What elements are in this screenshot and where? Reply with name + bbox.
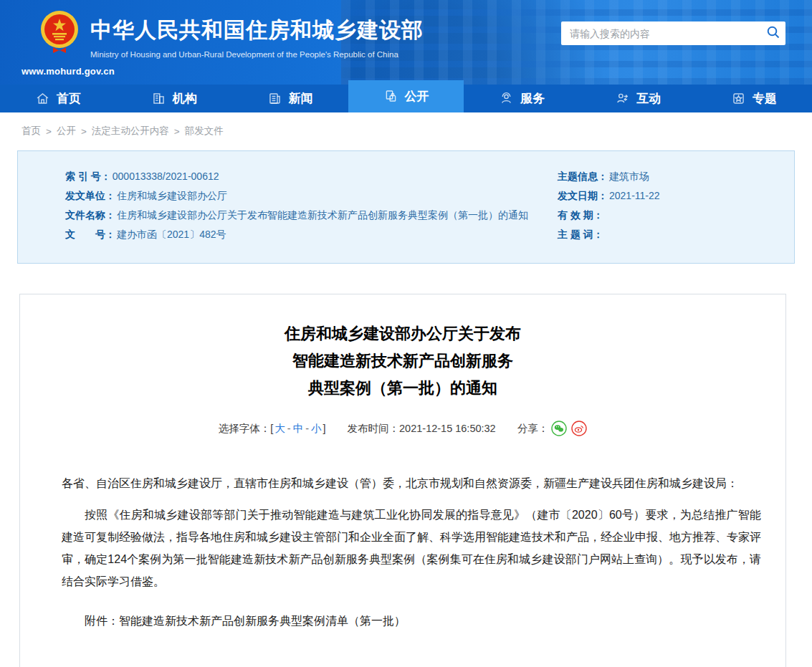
nav-item-service[interactable]: 服务: [464, 85, 580, 112]
publish-time-label: 发布时间：: [348, 422, 400, 436]
site-title-english: Ministry of Housing and Urban-Rural Deve…: [90, 50, 424, 59]
site-title-chinese: 中华人民共和国住房和城乡建设部: [90, 16, 424, 45]
home-icon: [35, 91, 50, 106]
document-title-line: 典型案例（第一批）的通知: [20, 375, 785, 402]
info-label: 文 号：: [65, 228, 115, 241]
nav-item-home[interactable]: 首页: [0, 85, 116, 112]
nav-item-news[interactable]: 新闻: [232, 85, 348, 112]
search-bar: [561, 21, 785, 45]
info-column-left: 索 引 号： 000013338/2021-00612 发文单位： 住房和城乡建…: [18, 170, 558, 263]
organization-icon: [151, 91, 166, 106]
info-label: 主题信息：: [558, 170, 608, 183]
share-label: 分享：: [517, 422, 549, 436]
publish-time: 发布时间： 2021-12-15 16:50:32: [348, 422, 496, 436]
info-row-index-number: 索 引 号： 000013338/2021-00612: [65, 170, 558, 183]
nav-label: 首页: [57, 90, 81, 107]
info-row-document-number: 文 号： 建办市函〔2021〕482号: [65, 228, 558, 241]
nav-label: 专题: [753, 90, 777, 107]
info-value: 建办市函〔2021〕482号: [117, 228, 226, 241]
search-button[interactable]: [761, 21, 785, 45]
info-row-issuing-unit: 发文单位： 住房和城乡建设部办公厅: [65, 189, 558, 202]
info-value: 2021-11-22: [609, 189, 660, 202]
nav-label: 新闻: [289, 90, 313, 107]
paragraph-salutation: 各省、自治区住房和城乡建设厅，直辖市住房和城乡建设（管）委，北京市规划和自然资源…: [62, 472, 761, 494]
magnifier-icon: [766, 25, 780, 42]
info-value: 住房和城乡建设部办公厅: [117, 189, 227, 202]
site-title: 中华人民共和国住房和城乡建设部 Ministry of Housing and …: [90, 16, 424, 59]
breadcrumb-ministry-documents[interactable]: 部发文件: [185, 125, 224, 138]
nav-label: 机构: [173, 90, 197, 107]
site-header: www.mohurd.gov.cn 中华人民共和国住房和城乡建设部 Minist…: [0, 0, 812, 85]
document-title-line: 智能建造新技术新产品创新服务: [20, 347, 785, 375]
font-selector-label: 选择字体：: [219, 422, 271, 436]
breadcrumb-separator: >: [174, 126, 180, 137]
topic-icon: [731, 91, 746, 106]
font-size-selector: 选择字体： [ 大 - 中 - 小 ]: [219, 422, 326, 436]
document-info-box: 索 引 号： 000013338/2021-00612 发文单位： 住房和城乡建…: [17, 150, 795, 264]
national-emblem-logo: [40, 10, 79, 54]
document-content-box: 住房和城乡建设部办公厅关于发布 智能建造新技术新产品创新服务 典型案例（第一批）…: [19, 294, 786, 667]
font-selector-bracket: ]: [323, 423, 326, 434]
info-value: 住房和城乡建设部办公厅关于发布智能建造新技术新产品创新服务典型案例（第一批）的通…: [117, 208, 528, 221]
info-label: 发文单位：: [65, 189, 115, 202]
disclosure-icon: [383, 89, 398, 104]
wechat-icon[interactable]: [551, 421, 567, 436]
breadcrumb-separator: >: [81, 126, 87, 137]
publish-time-value: 2021-12-15 16:50:32: [399, 423, 496, 434]
info-label: 有 效 期：: [558, 208, 603, 221]
info-label: 主 题 词：: [558, 228, 603, 241]
nav-label: 互动: [636, 90, 661, 107]
info-label: 文件名称：: [65, 208, 115, 221]
breadcrumb-statutory-content[interactable]: 法定主动公开内容: [92, 125, 169, 138]
share-group: 分享：: [517, 421, 588, 436]
nav-item-disclosure[interactable]: 公开: [348, 80, 464, 112]
nav-label: 公开: [405, 88, 429, 105]
info-row-file-name: 文件名称： 住房和城乡建设部办公厅关于发布智能建造新技术新产品创新服务典型案例（…: [65, 208, 558, 221]
info-label: 发文日期：: [558, 189, 608, 202]
nav-item-organization[interactable]: 机构: [116, 85, 232, 112]
info-column-right: 主题信息： 建筑市场 发文日期： 2021-11-22 有 效 期： 主 题 词…: [558, 170, 794, 263]
breadcrumb: 首页 > 公开 > 法定主动公开内容 > 部发文件: [22, 125, 224, 138]
interaction-icon: [615, 91, 630, 106]
font-size-medium-link[interactable]: 中: [292, 422, 305, 436]
breadcrumb-home[interactable]: 首页: [22, 125, 41, 138]
info-value: 000013338/2021-00612: [113, 170, 219, 183]
info-row-keywords: 主 题 词：: [558, 228, 794, 241]
document-title: 住房和城乡建设部办公厅关于发布 智能建造新技术新产品创新服务 典型案例（第一批）…: [20, 320, 785, 402]
font-selector-dash: -: [305, 423, 310, 434]
search-input[interactable]: [561, 28, 761, 39]
font-size-small-link[interactable]: 小: [310, 422, 323, 436]
news-icon: [267, 91, 282, 106]
info-row-topic-info: 主题信息： 建筑市场: [558, 170, 794, 183]
info-label: 索 引 号：: [65, 170, 111, 183]
info-value: 建筑市场: [609, 170, 649, 183]
nav-item-topic[interactable]: 专题: [696, 85, 812, 112]
weibo-icon[interactable]: [571, 421, 587, 436]
font-selector-dash: -: [287, 423, 292, 434]
main-nav: 首页 机构 新闻 公开: [0, 80, 812, 112]
attachment-line: 附件：智能建造新技术新产品创新服务典型案例清单（第一批）: [62, 610, 761, 632]
info-row-validity: 有 效 期：: [558, 208, 794, 221]
service-icon: [499, 91, 514, 106]
nav-item-interaction[interactable]: 互动: [580, 85, 696, 112]
paragraph-main: 按照《住房和城乡建设部等部门关于推动智能建造与建筑工业化协同发展的指导意见》（建…: [62, 504, 761, 592]
breadcrumb-disclosure[interactable]: 公开: [57, 125, 76, 138]
nav-label: 服务: [520, 90, 545, 107]
info-row-issue-date: 发文日期： 2021-11-22: [558, 189, 794, 202]
document-title-line: 住房和城乡建设部办公厅关于发布: [20, 320, 785, 347]
breadcrumb-separator: >: [46, 126, 52, 137]
site-url: www.mohurd.gov.cn: [22, 66, 115, 77]
document-meta-row: 选择字体： [ 大 - 中 - 小 ] 发布时间： 2021-12-15 16:…: [20, 421, 785, 436]
document-body: 各省、自治区住房和城乡建设厅，直辖市住房和城乡建设（管）委，北京市规划和自然资源…: [62, 472, 761, 632]
font-size-large-link[interactable]: 大: [273, 422, 287, 436]
